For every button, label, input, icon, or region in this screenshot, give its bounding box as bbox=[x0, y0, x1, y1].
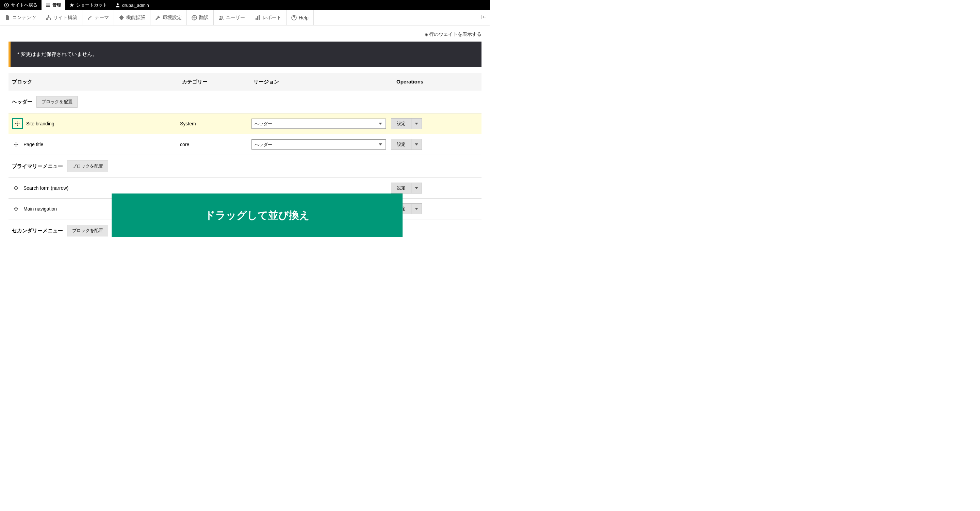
nav-theme-label: テーマ bbox=[95, 14, 109, 21]
block-region-cell: ヘッダー bbox=[251, 118, 391, 129]
shortcut-link[interactable]: ショートカット bbox=[65, 0, 111, 10]
structure-icon bbox=[46, 15, 51, 21]
help-icon bbox=[291, 15, 297, 21]
settings-button[interactable]: 設定 bbox=[391, 118, 411, 129]
warning-text: * 変更はまだ保存されていません。 bbox=[18, 51, 97, 57]
manage-label: 管理 bbox=[52, 2, 61, 8]
ops-dropdown[interactable] bbox=[411, 203, 422, 214]
nav-reports[interactable]: レポート bbox=[250, 10, 286, 25]
header-block: ブロック bbox=[12, 79, 182, 85]
back-to-site-link[interactable]: サイトへ戻る bbox=[0, 0, 41, 10]
settings-button[interactable]: 設定 bbox=[391, 139, 411, 150]
back-label: サイトへ戻る bbox=[11, 2, 37, 8]
puzzle-icon bbox=[119, 15, 124, 21]
user-icon bbox=[115, 3, 120, 8]
svg-point-0 bbox=[5, 3, 8, 7]
place-block-button[interactable]: ブロックを配置 bbox=[67, 160, 108, 172]
menu-icon bbox=[46, 3, 50, 8]
settings-button[interactable]: 設定 bbox=[391, 183, 411, 193]
block-region-cell bbox=[251, 183, 391, 193]
drag-handle[interactable] bbox=[12, 205, 20, 213]
manage-link[interactable]: 管理 bbox=[41, 0, 65, 10]
block-row-page-title: Page title core ヘッダー 設定 bbox=[8, 134, 482, 155]
chevron-down-icon bbox=[415, 123, 418, 125]
block-region-cell: ヘッダー bbox=[251, 139, 391, 150]
wrench-icon bbox=[155, 15, 161, 21]
svg-rect-9 bbox=[257, 16, 258, 20]
nav-content-label: コンテンツ bbox=[12, 14, 36, 21]
nav-config[interactable]: 環境設定 bbox=[150, 10, 187, 25]
admin-toolbar: コンテンツ サイト構築 テーマ 機能拡張 環境設定 翻訳 ユーザー レポート H… bbox=[0, 10, 490, 25]
user-label: drupal_admin bbox=[122, 3, 149, 8]
svg-point-1 bbox=[117, 3, 118, 5]
nav-translate[interactable]: 翻訳 bbox=[187, 10, 214, 25]
block-name: Site branding bbox=[26, 121, 180, 126]
star-icon bbox=[69, 3, 74, 8]
weight-link-label: 行のウェイトを表示する bbox=[429, 31, 482, 37]
brush-icon bbox=[87, 15, 92, 21]
nav-extend[interactable]: 機能拡張 bbox=[114, 10, 150, 25]
place-block-button[interactable]: ブロックを配置 bbox=[37, 96, 78, 108]
nav-theme[interactable]: テーマ bbox=[82, 10, 114, 25]
chart-icon bbox=[255, 15, 260, 21]
svg-rect-8 bbox=[256, 18, 256, 20]
globe-icon bbox=[192, 15, 197, 21]
collapse-toolbar[interactable] bbox=[478, 14, 490, 21]
top-toolbar: サイトへ戻る 管理 ショートカット drupal_admin bbox=[0, 0, 490, 10]
chevron-down-icon bbox=[415, 187, 418, 189]
overlay-text: ドラッグして並び換え bbox=[205, 209, 310, 222]
shortcut-label: ショートカット bbox=[76, 2, 107, 8]
region-select[interactable]: ヘッダー bbox=[251, 118, 386, 129]
nav-help-label: Help bbox=[299, 15, 309, 21]
move-icon bbox=[14, 142, 18, 147]
region-title: ヘッダー bbox=[12, 99, 32, 105]
region-title: セカンダリーメニュー bbox=[12, 228, 63, 234]
region-select[interactable]: ヘッダー bbox=[251, 139, 386, 150]
block-name: Search form (narrow) bbox=[24, 185, 180, 191]
drag-handle[interactable] bbox=[12, 141, 20, 149]
block-name: Page title bbox=[24, 142, 180, 147]
move-icon bbox=[15, 121, 20, 126]
document-icon bbox=[5, 15, 10, 21]
region-title: プライマリーメニュー bbox=[12, 163, 63, 170]
nav-structure[interactable]: サイト構築 bbox=[41, 10, 82, 25]
user-link[interactable]: drupal_admin bbox=[111, 0, 153, 10]
nav-reports-label: レポート bbox=[262, 14, 282, 21]
svg-rect-4 bbox=[50, 18, 51, 20]
ops-dropdown[interactable] bbox=[411, 139, 422, 150]
svg-point-6 bbox=[220, 16, 221, 18]
nav-structure-label: サイト構築 bbox=[53, 14, 77, 21]
move-icon bbox=[14, 186, 18, 190]
users-icon bbox=[218, 15, 224, 21]
drag-handle[interactable] bbox=[12, 118, 23, 129]
show-row-weights-link[interactable]: 行のウェイトを表示する bbox=[8, 25, 482, 42]
svg-rect-10 bbox=[259, 15, 259, 20]
ops-dropdown[interactable] bbox=[411, 118, 422, 129]
move-icon bbox=[14, 206, 18, 211]
drag-handle[interactable] bbox=[12, 184, 20, 192]
svg-rect-3 bbox=[46, 18, 48, 20]
block-category: core bbox=[180, 142, 251, 147]
region-primary-menu: プライマリーメニュー ブロックを配置 bbox=[8, 155, 482, 178]
collapse-icon bbox=[481, 14, 487, 20]
nav-users[interactable]: ユーザー bbox=[214, 10, 250, 25]
header-region: リージョン bbox=[253, 79, 396, 85]
block-operations: 設定 bbox=[391, 118, 422, 129]
block-category: System bbox=[180, 121, 251, 126]
block-operations: 設定 bbox=[391, 183, 422, 193]
svg-rect-2 bbox=[48, 15, 49, 17]
instruction-overlay: ドラッグして並び換え bbox=[111, 193, 402, 237]
nav-users-label: ユーザー bbox=[226, 14, 245, 21]
nav-content[interactable]: コンテンツ bbox=[0, 10, 41, 25]
nav-config-label: 環境設定 bbox=[163, 14, 182, 21]
chevron-down-icon bbox=[415, 144, 418, 145]
nav-help[interactable]: Help bbox=[286, 10, 314, 25]
region-header: ヘッダー ブロックを配置 bbox=[8, 91, 482, 113]
table-header: ブロック カテゴリー リージョン Operations bbox=[8, 73, 482, 91]
place-block-button[interactable]: ブロックを配置 bbox=[67, 225, 108, 236]
chevron-down-icon bbox=[415, 208, 418, 210]
ops-dropdown[interactable] bbox=[411, 183, 422, 193]
svg-point-7 bbox=[221, 16, 223, 18]
block-row-site-branding: Site branding System ヘッダー 設定 bbox=[8, 113, 482, 134]
nav-extend-label: 機能拡張 bbox=[126, 14, 145, 21]
